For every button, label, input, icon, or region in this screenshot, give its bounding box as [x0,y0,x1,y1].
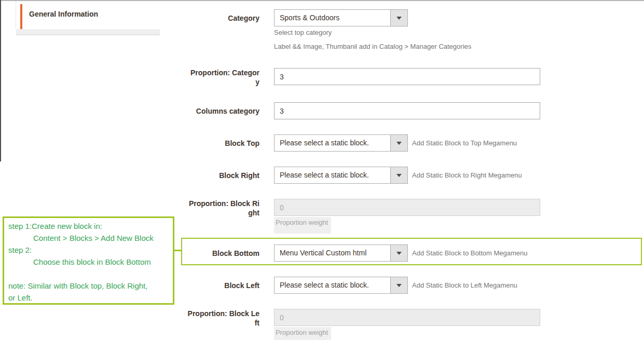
proportion-weight-note: Proportion weight [274,327,331,340]
chevron-down-icon[interactable] [390,245,407,261]
columns-category-input[interactable] [274,102,540,119]
block-right-select[interactable]: Please select a static block. [274,167,408,184]
annotation-step2-detail: Choose this block in Block Bottom [8,256,169,268]
block-right-select-value: Please select a static block. [275,167,390,183]
field-category: Category Sports & Outdoors Select top ca… [0,9,471,50]
category-hint: Label && Image, Thumbanil add in Catalog… [274,43,471,50]
annotation-note-line2: or Left. [8,292,169,304]
field-proportion-block-left: Proportion: Block Le ft Proportion weigh… [0,309,540,340]
category-select[interactable]: Sports & Outdoors [274,9,408,26]
block-left-select-value: Please select a static block. [275,277,390,293]
columns-category-label: Columns category [0,102,259,119]
proportion-block-right-input [274,199,540,216]
annotation-box: step 1:Create new block in: Content > Bl… [3,216,174,305]
block-top-label: Block Top [0,134,259,152]
chevron-down-icon[interactable] [390,277,407,293]
block-bottom-select-value: Menu Vertical Custom html [275,245,390,261]
block-top-select[interactable]: Please select a static block. [274,134,408,152]
proportion-category-input[interactable] [274,68,540,85]
block-top-note: Add Static Block to Top Megamenu [412,139,517,147]
chevron-down-icon[interactable] [390,10,407,26]
proportion-block-left-input [274,309,540,326]
annotation-step2: step 2: [8,244,169,256]
block-top-select-value: Please select a static block. [275,135,390,151]
proportion-block-left-label: Proportion: Block Le ft [0,309,259,328]
proportion-category-label: Proportion: Categor y [0,68,259,87]
annotation-step1: step 1:Create new block in: [8,220,169,232]
annotation-period: . [31,293,33,302]
settings-page: General Information Category Sports & Ou… [0,0,644,340]
annotation-step1-path: Content > Blocks > Add New Block [8,232,169,244]
category-select-value: Sports & Outdoors [275,10,390,26]
block-left-select[interactable]: Please select a static block. [274,277,408,294]
proportion-weight-note: Proportion weight [274,217,331,234]
annotation-note-line1: note: Similar with Block top, Block Righ… [8,280,169,292]
block-right-label: Block Right [0,167,259,184]
proportion-block-right-label: Proportion: Block Ri ght [0,199,259,217]
block-bottom-select[interactable]: Menu Vertical Custom html [274,244,408,262]
block-right-note: Add Static Block to Right Megamenu [412,171,522,179]
field-columns-category: Columns category [0,102,540,119]
block-bottom-note: Add Static Block to Bottom Megamenu [412,249,528,257]
chevron-down-icon[interactable] [390,135,407,151]
field-block-right: Block Right Please select a static block… [0,167,522,184]
category-label: Category [0,9,259,26]
field-block-top: Block Top Please select a static block. … [0,134,517,152]
chevron-down-icon[interactable] [390,167,407,183]
block-left-note: Add Static Block to Left Megamenu [412,281,517,289]
annotation-spacer [8,268,169,280]
field-proportion-category: Proportion: Categor y [0,68,540,87]
category-note: Select top category [274,29,471,36]
